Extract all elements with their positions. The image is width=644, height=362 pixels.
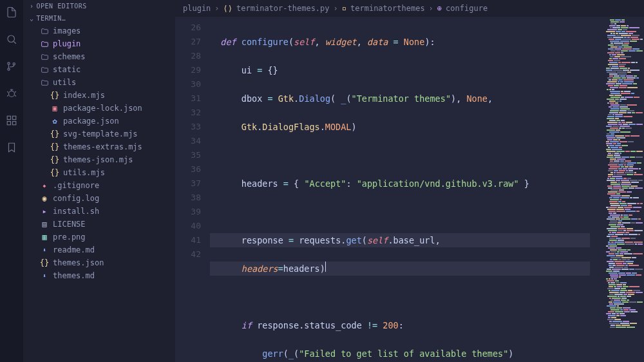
file-icon: ▤	[40, 220, 49, 229]
file-label: package-lock.json	[63, 104, 142, 113]
svg-rect-6	[13, 116, 16, 119]
package-icon: ▣	[50, 104, 59, 113]
breadcrumb-sep: ›	[214, 4, 219, 13]
file-item[interactable]: {}utils.mjs	[27, 166, 175, 179]
file-item[interactable]: ⬇readme.md	[27, 243, 175, 256]
folder-icon	[40, 65, 49, 74]
breadcrumbs[interactable]: plugin › ⟨⟩ terminator-themes.py › ▫ ter…	[175, 0, 644, 17]
explorer-sidebar: › OPEN EDITORS ⌄ TERMIN… imagespluginsch…	[23, 0, 175, 362]
file-label: utils.mjs	[63, 168, 105, 177]
svg-rect-5	[7, 116, 10, 119]
folder-item[interactable]: images	[27, 24, 175, 37]
git-icon: ◆	[40, 181, 49, 190]
bookmark-icon[interactable]	[5, 140, 19, 155]
file-item[interactable]: {}themes-extras.mjs	[27, 140, 175, 153]
file-label: config.log	[53, 194, 99, 203]
line-number: 30	[175, 77, 201, 91]
file-label: images	[53, 26, 80, 35]
file-item[interactable]: {}index.mjs	[27, 89, 175, 102]
file-label: install.sh	[53, 207, 99, 216]
folder-item[interactable]: plugin	[27, 37, 175, 50]
line-gutter: 2627282930313233343536373839404142	[175, 17, 210, 362]
folder-item[interactable]: static	[27, 63, 175, 76]
line-number: 33	[175, 120, 201, 134]
activity-bar	[0, 0, 23, 362]
file-label: themes.md	[53, 271, 95, 280]
svg-rect-8	[13, 122, 16, 125]
search-icon[interactable]	[5, 32, 19, 46]
file-label: themes-json.mjs	[63, 155, 133, 164]
workspace-header[interactable]: ⌄ TERMIN…	[23, 12, 175, 24]
file-item[interactable]: ▣package-lock.json	[27, 102, 175, 115]
open-editors-header[interactable]: › OPEN EDITORS	[23, 0, 175, 12]
debug-icon[interactable]	[5, 86, 19, 100]
line-number: 39	[175, 205, 201, 219]
minimap[interactable]	[603, 17, 644, 362]
explorer-icon[interactable]	[5, 5, 19, 19]
file-label: schemes	[53, 52, 86, 61]
folder-icon	[40, 52, 49, 61]
file-item[interactable]: ◉config.log	[27, 192, 175, 205]
chevron-down-icon: ⌄	[30, 15, 34, 22]
line-number: 31	[175, 91, 201, 106]
file-item[interactable]: ▦pre.png	[27, 231, 175, 243]
file-label: svg-template.mjs	[63, 129, 138, 138]
file-label: themes.json	[53, 258, 104, 267]
shell-icon: ▸	[40, 207, 49, 216]
file-label: themes-extras.mjs	[63, 142, 142, 151]
line-number: 38	[175, 191, 201, 205]
braces-icon: {}	[50, 142, 59, 151]
code-content[interactable]: def configure(self, widget, data = None)…	[210, 17, 603, 362]
file-item[interactable]: {}svg-template.mjs	[27, 128, 175, 140]
breadcrumb-sep: ›	[429, 4, 433, 13]
breadcrumb-part[interactable]: plugin	[183, 4, 211, 13]
braces-icon: {}	[50, 129, 59, 138]
file-item[interactable]: ▤LICENSE	[27, 218, 175, 231]
git-branch-icon[interactable]	[5, 59, 19, 73]
svg-point-0	[8, 35, 15, 43]
file-label: readme.md	[53, 245, 95, 254]
line-number: 40	[175, 219, 201, 233]
line-number: 26	[175, 21, 201, 35]
markdown-icon: ⬇	[40, 247, 49, 253]
markdown-icon: ⬇	[40, 272, 49, 279]
file-item[interactable]: ◆.gitignore	[27, 179, 175, 192]
chevron-right-icon: ›	[30, 3, 34, 10]
folder-item[interactable]: utils	[27, 76, 175, 89]
line-number: 35	[175, 148, 201, 162]
image-icon: ▦	[40, 233, 49, 242]
file-label: LICENSE	[53, 220, 86, 229]
file-item[interactable]: {}themes.json	[27, 256, 175, 269]
folder-icon	[40, 39, 49, 48]
svg-rect-7	[7, 122, 10, 125]
breadcrumb-part[interactable]: configure	[446, 4, 488, 13]
file-item[interactable]: ▸install.sh	[27, 205, 175, 218]
line-number: 27	[175, 35, 201, 49]
breadcrumb-part[interactable]: terminator-themes.py	[236, 4, 330, 13]
line-number: 42	[175, 247, 201, 262]
folder-item[interactable]: schemes	[27, 50, 175, 63]
line-number: 32	[175, 106, 201, 120]
file-item[interactable]: {}themes-json.mjs	[27, 153, 175, 166]
svg-point-2	[8, 68, 10, 70]
line-number: 29	[175, 63, 201, 77]
json-icon: {}	[40, 258, 49, 267]
editor-area[interactable]: 2627282930313233343536373839404142 def c…	[175, 17, 644, 362]
python-file-icon: ⟨⟩	[223, 4, 232, 13]
braces-icon: {}	[50, 91, 59, 100]
file-label: utils	[53, 78, 76, 87]
file-item[interactable]: ✿package.json	[27, 115, 175, 128]
extensions-icon[interactable]	[5, 113, 19, 128]
line-number: 28	[175, 49, 201, 63]
class-icon: ▫	[342, 4, 346, 13]
svg-point-1	[8, 62, 10, 64]
file-label: index.mjs	[63, 91, 105, 100]
breadcrumb-part[interactable]: terminatorthemes	[350, 4, 425, 13]
svg-point-3	[13, 63, 15, 65]
file-item[interactable]: ⬇themes.md	[27, 269, 175, 282]
line-number: 34	[175, 134, 201, 148]
line-number: 36	[175, 162, 201, 176]
log-icon: ◉	[40, 194, 49, 203]
braces-icon: {}	[50, 168, 59, 177]
open-editors-label: OPEN EDITORS	[37, 3, 87, 10]
